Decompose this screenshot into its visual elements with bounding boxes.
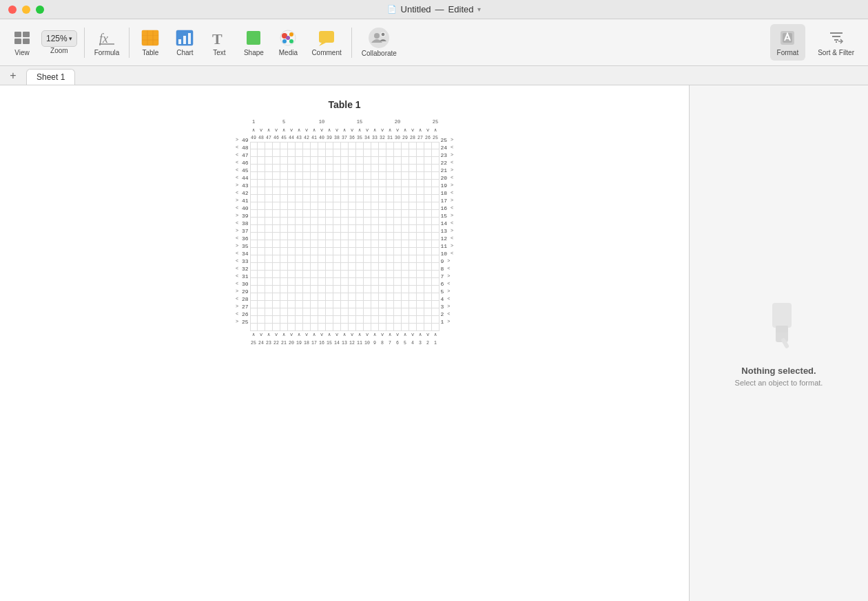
table-cell[interactable] [386, 165, 394, 172]
table-cell[interactable] [265, 278, 273, 286]
table-cell[interactable] [349, 218, 356, 225]
table-cell[interactable] [356, 157, 364, 165]
table-cell[interactable] [402, 210, 409, 218]
table-cell[interactable] [379, 308, 386, 316]
table-cell[interactable] [280, 240, 288, 248]
table-cell[interactable] [356, 172, 364, 180]
table-cell[interactable] [417, 324, 424, 331]
table-cell[interactable] [349, 301, 356, 308]
table-cell[interactable] [364, 157, 371, 165]
table-cell[interactable] [432, 308, 440, 316]
table-cell[interactable] [409, 248, 417, 255]
table-cell[interactable] [250, 248, 258, 255]
table-cell[interactable] [326, 263, 333, 271]
table-cell[interactable] [371, 263, 379, 271]
table-cell[interactable] [303, 142, 311, 149]
collaborate-button[interactable]: Collaborate [356, 23, 402, 61]
table-cell[interactable] [394, 263, 402, 271]
table-cell[interactable] [371, 233, 379, 240]
table-cell[interactable] [273, 180, 280, 187]
table-cell[interactable] [402, 187, 409, 195]
table-cell[interactable] [250, 157, 258, 165]
table-cell[interactable] [364, 248, 371, 255]
table-cell[interactable] [273, 233, 280, 240]
table-cell[interactable] [280, 202, 288, 210]
table-cell[interactable] [424, 271, 432, 278]
table-cell[interactable] [333, 248, 341, 255]
table-cell[interactable] [379, 255, 386, 263]
table-cell[interactable] [341, 255, 349, 263]
table-cell[interactable] [258, 225, 265, 233]
table-cell[interactable] [265, 240, 273, 248]
table-cell[interactable] [394, 293, 402, 301]
table-cell[interactable] [265, 301, 273, 308]
table-cell[interactable] [371, 240, 379, 248]
table-cell[interactable] [333, 195, 341, 202]
table-cell[interactable] [250, 293, 258, 301]
table-cell[interactable] [288, 293, 296, 301]
table-cell[interactable] [258, 142, 265, 149]
table-cell[interactable] [417, 308, 424, 316]
table-row[interactable] [250, 210, 440, 218]
table-cell[interactable] [333, 255, 341, 263]
table-cell[interactable] [341, 271, 349, 278]
table-cell[interactable] [424, 225, 432, 233]
table-cell[interactable] [326, 324, 333, 331]
table-cell[interactable] [318, 324, 326, 331]
table-cell[interactable] [288, 210, 296, 218]
table-cell[interactable] [417, 293, 424, 301]
table-cell[interactable] [386, 172, 394, 180]
table-cell[interactable] [394, 142, 402, 149]
table-cell[interactable] [409, 308, 417, 316]
table-cell[interactable] [341, 142, 349, 149]
table-cell[interactable] [432, 293, 440, 301]
table-cell[interactable] [402, 180, 409, 187]
table-cell[interactable] [288, 271, 296, 278]
table-cell[interactable] [417, 278, 424, 286]
shape-button[interactable]: Shape [237, 24, 270, 61]
table-cell[interactable] [402, 293, 409, 301]
table-cell[interactable] [326, 225, 333, 233]
table-cell[interactable] [326, 149, 333, 157]
table-cell[interactable] [356, 301, 364, 308]
table-cell[interactable] [303, 187, 311, 195]
table-cell[interactable] [364, 218, 371, 225]
table-cell[interactable] [311, 142, 318, 149]
table-cell[interactable] [318, 187, 326, 195]
table-cell[interactable] [432, 248, 440, 255]
table-cell[interactable] [280, 248, 288, 255]
table-cell[interactable] [333, 301, 341, 308]
table-cell[interactable] [394, 301, 402, 308]
table-cell[interactable] [318, 165, 326, 172]
table-cell[interactable] [424, 142, 432, 149]
table-cell[interactable] [364, 165, 371, 172]
table-cell[interactable] [402, 149, 409, 157]
table-cell[interactable] [379, 218, 386, 225]
table-cell[interactable] [280, 255, 288, 263]
table-cell[interactable] [379, 180, 386, 187]
table-cell[interactable] [417, 218, 424, 225]
table-cell[interactable] [432, 142, 440, 149]
table-cell[interactable] [386, 278, 394, 286]
table-cell[interactable] [288, 149, 296, 157]
table-cell[interactable] [288, 218, 296, 225]
table-cell[interactable] [432, 165, 440, 172]
table-cell[interactable] [424, 218, 432, 225]
table-cell[interactable] [326, 240, 333, 248]
table-cell[interactable] [326, 142, 333, 149]
table-cell[interactable] [356, 278, 364, 286]
table-cell[interactable] [326, 165, 333, 172]
table-cell[interactable] [349, 165, 356, 172]
table-cell[interactable] [432, 210, 440, 218]
table-cell[interactable] [341, 165, 349, 172]
table-cell[interactable] [432, 324, 440, 331]
table-cell[interactable] [341, 278, 349, 286]
table-cell[interactable] [402, 316, 409, 324]
table-cell[interactable] [318, 172, 326, 180]
table-cell[interactable] [424, 324, 432, 331]
table-cell[interactable] [349, 225, 356, 233]
view-button[interactable]: View [7, 24, 37, 61]
table-cell[interactable] [326, 301, 333, 308]
table-cell[interactable] [273, 248, 280, 255]
table-cell[interactable] [409, 271, 417, 278]
